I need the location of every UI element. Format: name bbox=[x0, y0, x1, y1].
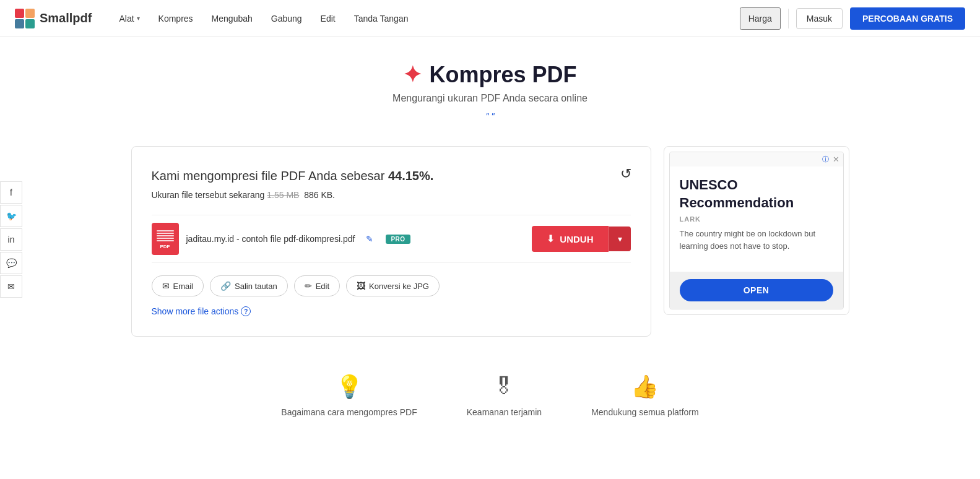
logo-icon bbox=[15, 9, 35, 28]
file-icon: PDF bbox=[152, 223, 179, 255]
nav-tools[interactable]: Alat ▾ bbox=[111, 9, 147, 28]
file-info: PDF jaditau.my.id - contoh file pdf-diko… bbox=[152, 223, 410, 255]
main-area: ↺ Kami mengompresi file PDF Anda sebesar… bbox=[119, 146, 862, 337]
nav-mengubah[interactable]: Mengubah bbox=[204, 9, 260, 28]
feature-security-label: Keamanan terjamin bbox=[467, 407, 542, 417]
hero-quotes: " " bbox=[0, 111, 980, 121]
new-size: 886 KB. bbox=[304, 190, 335, 200]
features-row: 💡 Bagaimana cara mengompres PDF 🎖 Keaman… bbox=[0, 349, 980, 429]
nav-divider bbox=[788, 9, 789, 28]
feature-how-to-label: Bagaimana cara mengompres PDF bbox=[281, 407, 417, 417]
original-size: 1.55 MB bbox=[267, 190, 299, 200]
feature-how-to: 💡 Bagaimana cara mengompres PDF bbox=[281, 374, 417, 417]
email-share[interactable]: ✉ bbox=[0, 275, 22, 298]
facebook-share[interactable]: f bbox=[0, 181, 22, 204]
hero-section: ✦ Kompres PDF Mengurangi ukuran PDF Anda… bbox=[0, 37, 980, 134]
linkedin-share[interactable]: in bbox=[0, 228, 22, 251]
nav-links: Alat ▾ Kompres Mengubah Gabung Edit Tand… bbox=[111, 9, 739, 28]
download-btn-group: ⬇ UNDUH ▾ bbox=[532, 226, 630, 252]
show-more-file-actions[interactable]: Show more file actions ? bbox=[152, 306, 631, 316]
brand-name: Smallpdf bbox=[40, 11, 92, 25]
ad-brand: LARK bbox=[680, 215, 833, 223]
pro-badge: PRO bbox=[386, 235, 410, 244]
trial-button[interactable]: PERCOBAAN GRATIS bbox=[850, 7, 965, 30]
feature-platform: 👍 Mendukung semua platform bbox=[591, 374, 699, 417]
ad-close-icon[interactable]: ✕ bbox=[833, 155, 839, 164]
copy-link-action[interactable]: 🔗 Salin tautan bbox=[210, 275, 288, 296]
hero-subtitle: Mengurangi ukuran PDF Anda secara online bbox=[0, 93, 980, 104]
price-link[interactable]: Harga bbox=[740, 7, 781, 30]
download-dropdown-button[interactable]: ▾ bbox=[609, 227, 631, 251]
twitter-share[interactable]: 🐦 bbox=[0, 205, 22, 227]
ad-content: UNESCO Recommendation LARK The country m… bbox=[670, 166, 843, 272]
email-icon: ✉ bbox=[162, 281, 170, 291]
logo[interactable]: Smallpdf bbox=[15, 9, 92, 28]
compression-percent: 44.15%. bbox=[388, 169, 433, 183]
result-card-wrapper: ↺ Kami mengompresi file PDF Anda sebesar… bbox=[131, 146, 651, 337]
nav-edit[interactable]: Edit bbox=[313, 9, 343, 28]
link-icon: 🔗 bbox=[220, 281, 231, 291]
nav-gabung[interactable]: Gabung bbox=[264, 9, 310, 28]
ad-open-button[interactable]: OPEN bbox=[680, 279, 833, 301]
image-icon: 🖼 bbox=[357, 281, 365, 291]
feature-security: 🎖 Keamanan terjamin bbox=[467, 374, 542, 417]
social-sidebar: f 🐦 in 💬 ✉ bbox=[0, 181, 22, 298]
ad-card: ⓘ ✕ UNESCO Recommendation LARK The count… bbox=[664, 146, 849, 315]
nav-tanda-tangan[interactable]: Tanda Tangan bbox=[347, 9, 416, 28]
medal-icon: 🎖 bbox=[493, 374, 515, 400]
lightbulb-icon: 💡 bbox=[336, 374, 363, 400]
navbar: Smallpdf Alat ▾ Kompres Mengubah Gabung … bbox=[0, 0, 980, 37]
edit-filename-icon[interactable]: ✎ bbox=[366, 234, 373, 244]
convert-jpg-action[interactable]: 🖼 Konversi ke JPG bbox=[346, 275, 440, 296]
thumbsup-icon: 👍 bbox=[631, 374, 659, 400]
edit-action[interactable]: ✏ Edit bbox=[294, 275, 340, 296]
feature-platform-label: Mendukung semua platform bbox=[591, 407, 699, 417]
nav-right: Harga Masuk PERCOBAAN GRATIS bbox=[740, 7, 965, 30]
result-title: Kami mengompresi file PDF Anda sebesar 4… bbox=[152, 166, 631, 185]
ad-description: The country might be on lockdown but lea… bbox=[680, 228, 833, 252]
ad-inner: ⓘ ✕ UNESCO Recommendation LARK The count… bbox=[669, 152, 844, 309]
nav-kompres[interactable]: Kompres bbox=[151, 9, 201, 28]
refresh-button[interactable]: ↺ bbox=[620, 166, 631, 182]
pencil-icon: ✏ bbox=[305, 281, 312, 291]
chevron-down-icon: ▾ bbox=[137, 15, 140, 22]
ad-header: ⓘ ✕ bbox=[670, 152, 843, 166]
email-action[interactable]: ✉ Email bbox=[152, 275, 204, 296]
login-button[interactable]: Masuk bbox=[796, 8, 843, 29]
action-buttons: ✉ Email 🔗 Salin tautan ✏ Edit 🖼 Konversi… bbox=[152, 275, 631, 296]
star-icon: ✦ bbox=[403, 62, 422, 88]
result-card: ↺ Kami mengompresi file PDF Anda sebesar… bbox=[131, 146, 651, 337]
result-size: Ukuran file tersebut sekarang 1.55 MB 88… bbox=[152, 190, 631, 200]
ad-title: UNESCO Recommendation bbox=[680, 176, 833, 212]
whatsapp-share[interactable]: 💬 bbox=[0, 252, 22, 274]
file-row: PDF jaditau.my.id - contoh file pdf-diko… bbox=[152, 215, 631, 263]
filename: jaditau.my.id - contoh file pdf-dikompre… bbox=[186, 234, 355, 244]
download-button[interactable]: ⬇ UNDUH bbox=[532, 226, 608, 252]
ad-info-icon[interactable]: ⓘ bbox=[822, 155, 829, 164]
ad-footer: OPEN bbox=[670, 272, 843, 309]
download-arrow-icon: ⬇ bbox=[547, 233, 555, 244]
question-icon: ? bbox=[241, 306, 251, 316]
hero-title: ✦ Kompres PDF bbox=[0, 62, 980, 88]
